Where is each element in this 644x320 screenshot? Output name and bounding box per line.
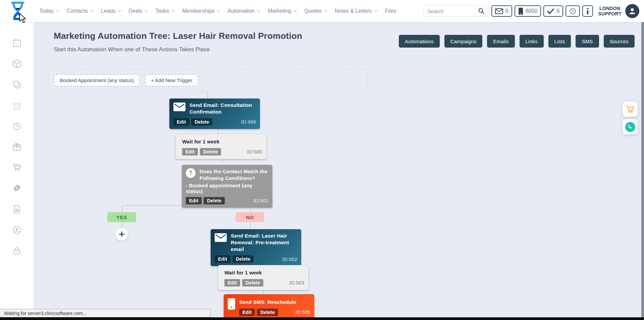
nav-item-deals[interactable]: Deals — [124, 8, 151, 14]
account-name-line1: LONDON — [598, 6, 622, 11]
nav-item-today[interactable]: Today — [35, 8, 63, 14]
page-title: Marketing Automation Tree: Laser Hair Re… — [54, 31, 302, 41]
delete-button[interactable]: Delete — [191, 118, 212, 126]
nav-item-notes-letters[interactable]: Notes & Letters — [331, 8, 381, 14]
info-button[interactable] — [582, 5, 593, 17]
messages-button[interactable]: 0 — [491, 5, 512, 17]
delete-button[interactable]: Delete — [242, 279, 263, 286]
whatsapp-float-button[interactable] — [623, 119, 638, 134]
sidebar-item-duplicates[interactable] — [12, 80, 22, 89]
node-title: Wait for 1 week — [182, 138, 262, 145]
chevron-down-icon — [374, 9, 378, 12]
sidebar-item-reports[interactable] — [12, 204, 22, 214]
sidebar-item-pricing[interactable]: $ — [12, 184, 22, 193]
edit-button[interactable]: Edit — [173, 118, 189, 126]
envelope-icon — [173, 103, 185, 113]
check-icon — [547, 8, 554, 14]
lock-icon — [12, 246, 22, 256]
user-avatar[interactable] — [625, 4, 639, 18]
edit-button[interactable]: Edit — [186, 197, 202, 204]
add-step-button[interactable] — [115, 228, 128, 241]
node-id: ID:501 — [254, 198, 268, 203]
whatsapp-icon — [625, 122, 635, 132]
node-condition-501[interactable]: ? Does the Contact Match the Following C… — [182, 165, 272, 208]
sidebar-item-orders[interactable] — [12, 101, 22, 110]
nav-item-marketing[interactable]: Marketing — [264, 8, 300, 14]
node-actions: Edit Delete ID:502 — [215, 255, 297, 263]
node-title: Send Email: Laser Hair Removal: Pre-trea… — [231, 233, 297, 252]
node-actions: Edit Delete ID:500 — [182, 148, 262, 155]
links-button[interactable]: Links — [520, 35, 544, 48]
nav-item-contacts[interactable]: Contacts — [63, 8, 97, 14]
sidebar-item-history[interactable] — [12, 121, 22, 131]
nav-item-leads[interactable]: Leads — [97, 8, 125, 14]
envelope-icon — [495, 8, 503, 14]
sidebar-item-calendar[interactable]: 12 — [12, 38, 22, 48]
campaigns-button[interactable]: Campaigns — [444, 35, 483, 48]
vertical-scrollbar[interactable] — [641, 22, 644, 317]
node-body: Send SMS: Reschedule Edit Delete ID:505 — [239, 298, 310, 316]
edit-button[interactable]: Edit — [224, 279, 240, 286]
edit-button[interactable]: Edit — [215, 255, 230, 263]
page-subtitle: Start this Automation When one of These … — [54, 46, 302, 53]
sidebar-item-cart[interactable] — [12, 163, 22, 173]
history-icon — [12, 121, 22, 131]
sidebar-item-account[interactable] — [12, 225, 22, 235]
hourglass-logo-icon — [9, 1, 26, 21]
nav-item-tasks[interactable]: Tasks — [151, 8, 178, 14]
nav-item-files[interactable]: Files — [381, 8, 400, 14]
add-new-trigger-button[interactable]: + Add New Trigger — [145, 74, 199, 86]
automations-button[interactable]: Automations — [399, 35, 440, 48]
emails-button[interactable]: Emails — [487, 35, 515, 48]
delete-button[interactable]: Delete — [204, 197, 225, 204]
sidebar-item-security[interactable] — [12, 246, 22, 256]
trigger-chip-booked-appointment[interactable]: Booked Appointment (any status) — [54, 74, 140, 86]
sms-button[interactable]: SMS — [576, 35, 599, 48]
trigger-container: Booked Appointment (any status) + Add Ne… — [48, 69, 368, 91]
cart-float-button[interactable] — [623, 102, 638, 117]
cart-icon — [12, 163, 22, 173]
tasks-button[interactable]: 6 — [543, 5, 563, 17]
smartphone-icon — [228, 298, 235, 311]
node-send-email-502[interactable]: Send Email: Laser Hair Removal: Pre-trea… — [211, 229, 301, 266]
delete-button[interactable]: Delete — [200, 148, 221, 155]
node-send-email-499[interactable]: Send Email: Consultation Confirmation Ed… — [169, 99, 260, 129]
search-input[interactable] — [424, 5, 474, 17]
sidebar-item-products[interactable] — [12, 59, 22, 69]
nav-item-quotes[interactable]: Quotes — [300, 8, 331, 14]
delete-button[interactable]: Delete — [257, 309, 278, 316]
nav-label: Deals — [128, 8, 142, 14]
nav-item-memberships[interactable]: Memberships — [178, 8, 223, 14]
search-button[interactable] — [474, 5, 489, 17]
tasks-count: 6 — [556, 8, 559, 14]
node-actions: Edit Delete ID:499 — [173, 118, 256, 126]
connector-line — [122, 222, 122, 228]
node-id: ID:500 — [247, 149, 262, 154]
edit-button[interactable]: Edit — [182, 148, 198, 155]
connector-line — [207, 91, 208, 99]
envelope-icon — [215, 233, 227, 243]
delete-button[interactable]: Delete — [232, 255, 254, 263]
node-wait-503[interactable]: Wait for 1 week Edit Delete ID:503 — [218, 265, 309, 290]
calls-count: 6050 — [526, 8, 538, 14]
help-button[interactable]: ? — [566, 5, 580, 17]
connector-line — [122, 205, 122, 212]
sidebar-item-gifts[interactable] — [12, 142, 22, 152]
nav-item-automation[interactable]: Automation — [223, 8, 264, 14]
node-send-sms-505[interactable]: Send SMS: Reschedule Edit Delete ID:505 — [224, 294, 314, 320]
app-logo[interactable] — [0, 1, 35, 21]
top-navbar: Today Contacts Leads Deals Tasks Members… — [0, 0, 644, 22]
phone-icon — [518, 7, 523, 15]
page-header: Marketing Automation Tree: Laser Hair Re… — [54, 31, 302, 53]
nav-right-group: 0 6050 6 ? — [423, 4, 639, 18]
sources-button[interactable]: Sources — [604, 35, 635, 48]
status-text: Waiting for server3.clinicsoftware.com..… — [4, 311, 87, 316]
edit-button[interactable]: Edit — [239, 309, 255, 316]
node-header: Send Email: Laser Hair Removal: Pre-trea… — [215, 233, 297, 252]
node-wait-500[interactable]: Wait for 1 week Edit Delete ID:500 — [176, 134, 266, 159]
calls-button[interactable]: 6050 — [515, 5, 541, 17]
lists-button[interactable]: Lists — [548, 35, 571, 48]
node-header: ? Does the Contact Match the Following C… — [186, 168, 268, 182]
node-title: Wait for 1 week — [224, 269, 304, 276]
gift-icon — [12, 142, 22, 152]
